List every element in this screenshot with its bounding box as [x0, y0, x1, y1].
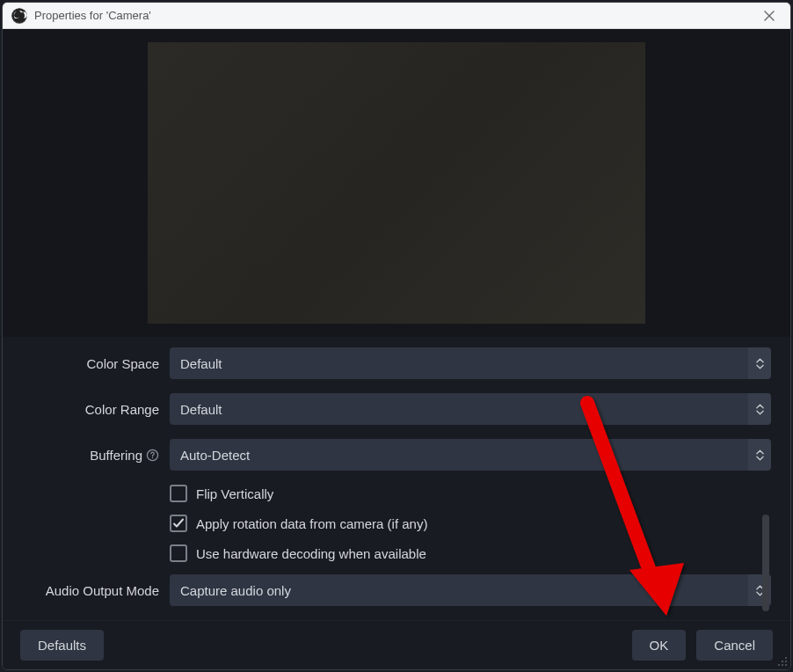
obs-app-icon: [11, 8, 27, 24]
color-range-value: Default: [170, 393, 748, 425]
apply-rotation-label: Apply rotation data from camera (if any): [196, 516, 427, 531]
svg-point-3: [785, 657, 787, 659]
apply-rotation-checkbox[interactable]: [170, 515, 187, 532]
window-title: Properties for 'Camera': [34, 9, 757, 22]
spinner-arrows-icon: [748, 393, 771, 425]
hardware-decoding-label: Use hardware decoding when available: [196, 546, 426, 561]
hardware-decoding-checkbox[interactable]: [170, 544, 187, 562]
camera-preview: [148, 42, 645, 324]
vertical-scrollbar[interactable]: [762, 515, 769, 611]
flip-vertically-label: Flip Vertically: [196, 486, 273, 501]
buffering-select[interactable]: Auto-Detect: [170, 439, 771, 471]
buffering-label-text: Buffering: [90, 448, 142, 463]
properties-dialog: Properties for 'Camera' Color Space Defa…: [2, 2, 791, 670]
spinner-arrows-icon: [748, 347, 771, 379]
svg-point-2: [152, 457, 154, 458]
color-range-select[interactable]: Default: [170, 393, 771, 425]
color-range-label: Color Range: [22, 402, 170, 417]
svg-point-6: [778, 664, 780, 666]
resize-grip-icon[interactable]: [776, 655, 789, 668]
ok-button[interactable]: OK: [632, 630, 687, 661]
svg-point-4: [782, 661, 783, 662]
audio-output-mode-select[interactable]: Capture audio only: [170, 574, 771, 606]
defaults-button[interactable]: Defaults: [20, 630, 104, 661]
svg-point-7: [782, 664, 783, 666]
properties-form: Color Space Default Color Range Default: [3, 337, 790, 620]
svg-point-5: [785, 661, 787, 662]
buffering-label: Buffering: [22, 448, 170, 463]
color-space-value: Default: [170, 347, 748, 379]
cancel-button[interactable]: Cancel: [696, 630, 773, 661]
close-button[interactable]: [757, 4, 782, 28]
flip-vertically-checkbox[interactable]: [170, 485, 187, 502]
svg-point-8: [785, 664, 787, 666]
audio-output-mode-label: Audio Output Mode: [22, 583, 170, 598]
buffering-value: Auto-Detect: [170, 439, 748, 471]
preview-area: [3, 29, 790, 337]
dialog-content: Color Space Default Color Range Default: [3, 29, 790, 669]
titlebar: Properties for 'Camera': [3, 3, 790, 29]
spinner-arrows-icon: [748, 439, 771, 471]
help-icon[interactable]: [146, 449, 159, 462]
color-space-select[interactable]: Default: [170, 347, 771, 379]
audio-output-mode-value: Capture audio only: [170, 574, 748, 606]
color-space-label: Color Space: [22, 356, 170, 371]
dialog-footer: Defaults OK Cancel: [3, 620, 790, 669]
